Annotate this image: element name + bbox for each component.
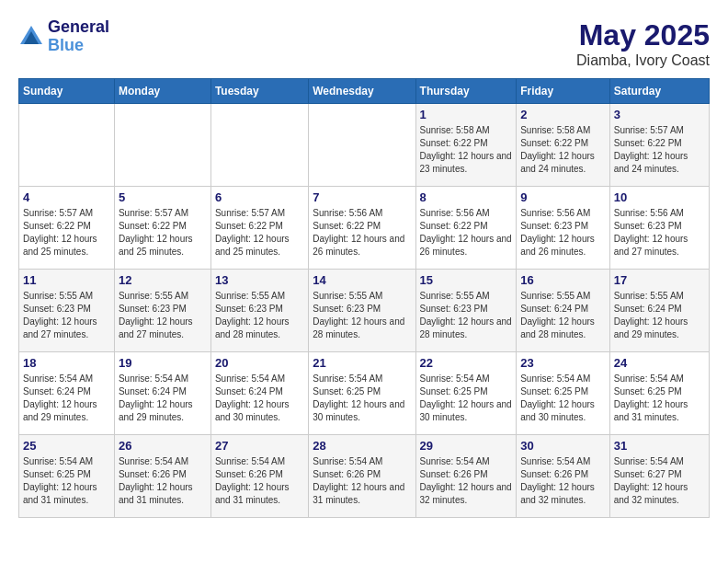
logo-icon xyxy=(18,24,44,50)
table-row: 2Sunrise: 5:58 AMSunset: 6:22 PMDaylight… xyxy=(517,104,610,187)
day-number: 12 xyxy=(119,273,207,287)
calendar-week-row: 25Sunrise: 5:54 AMSunset: 6:25 PMDayligh… xyxy=(19,435,710,518)
day-number: 19 xyxy=(119,356,207,370)
day-info: Sunrise: 5:56 AMSunset: 6:22 PMDaylight:… xyxy=(313,207,411,259)
day-number: 23 xyxy=(520,356,606,370)
table-row: 19Sunrise: 5:54 AMSunset: 6:24 PMDayligh… xyxy=(114,352,210,435)
table-row: 4Sunrise: 5:57 AMSunset: 6:22 PMDaylight… xyxy=(19,187,115,270)
day-info: Sunrise: 5:58 AMSunset: 6:22 PMDaylight:… xyxy=(420,124,513,176)
table-row: 25Sunrise: 5:54 AMSunset: 6:25 PMDayligh… xyxy=(19,435,115,518)
table-row xyxy=(210,104,308,187)
day-info: Sunrise: 5:54 AMSunset: 6:26 PMDaylight:… xyxy=(215,455,304,507)
day-info: Sunrise: 5:54 AMSunset: 6:26 PMDaylight:… xyxy=(119,455,207,507)
day-number: 17 xyxy=(614,273,705,287)
day-number: 27 xyxy=(215,439,304,453)
day-info: Sunrise: 5:56 AMSunset: 6:23 PMDaylight:… xyxy=(614,207,705,259)
calendar-week-row: 11Sunrise: 5:55 AMSunset: 6:23 PMDayligh… xyxy=(19,270,710,352)
day-info: Sunrise: 5:55 AMSunset: 6:24 PMDaylight:… xyxy=(520,290,606,341)
day-info: Sunrise: 5:55 AMSunset: 6:23 PMDaylight:… xyxy=(313,290,411,341)
day-info: Sunrise: 5:54 AMSunset: 6:25 PMDaylight:… xyxy=(420,373,513,424)
logo-text: General Blue xyxy=(48,18,109,55)
table-row: 6Sunrise: 5:57 AMSunset: 6:22 PMDaylight… xyxy=(210,187,308,270)
logo-line2: Blue xyxy=(48,37,109,55)
table-row: 18Sunrise: 5:54 AMSunset: 6:24 PMDayligh… xyxy=(19,352,115,435)
day-info: Sunrise: 5:54 AMSunset: 6:25 PMDaylight:… xyxy=(614,373,705,424)
table-row xyxy=(114,104,210,187)
table-row: 1Sunrise: 5:58 AMSunset: 6:22 PMDaylight… xyxy=(415,104,517,187)
page-header: General Blue May 2025 Diamba, Ivory Coas… xyxy=(18,18,710,69)
day-number: 18 xyxy=(23,356,110,370)
calendar-week-row: 4Sunrise: 5:57 AMSunset: 6:22 PMDaylight… xyxy=(19,187,710,270)
day-info: Sunrise: 5:57 AMSunset: 6:22 PMDaylight:… xyxy=(614,124,705,176)
day-number: 25 xyxy=(23,439,110,453)
title-block: May 2025 Diamba, Ivory Coast xyxy=(576,18,710,69)
calendar-week-row: 1Sunrise: 5:58 AMSunset: 6:22 PMDaylight… xyxy=(19,104,710,187)
day-number: 29 xyxy=(420,439,513,453)
day-info: Sunrise: 5:56 AMSunset: 6:22 PMDaylight:… xyxy=(420,207,513,259)
page-subtitle: Diamba, Ivory Coast xyxy=(576,52,710,69)
day-info: Sunrise: 5:55 AMSunset: 6:23 PMDaylight:… xyxy=(420,290,513,341)
day-info: Sunrise: 5:54 AMSunset: 6:26 PMDaylight:… xyxy=(313,455,411,507)
day-info: Sunrise: 5:54 AMSunset: 6:24 PMDaylight:… xyxy=(215,373,304,424)
day-number: 10 xyxy=(614,190,705,204)
day-number: 11 xyxy=(23,273,110,287)
header-saturday: Saturday xyxy=(609,79,709,104)
day-number: 2 xyxy=(520,108,606,121)
day-number: 6 xyxy=(215,190,304,204)
day-number: 15 xyxy=(420,273,513,287)
table-row: 20Sunrise: 5:54 AMSunset: 6:24 PMDayligh… xyxy=(210,352,308,435)
day-info: Sunrise: 5:55 AMSunset: 6:23 PMDaylight:… xyxy=(23,290,110,341)
day-info: Sunrise: 5:54 AMSunset: 6:25 PMDaylight:… xyxy=(23,455,110,507)
header-wednesday: Wednesday xyxy=(309,79,415,104)
day-number: 28 xyxy=(313,439,411,453)
header-sunday: Sunday xyxy=(19,79,115,104)
table-row: 3Sunrise: 5:57 AMSunset: 6:22 PMDaylight… xyxy=(609,104,709,187)
day-number: 31 xyxy=(614,439,705,453)
day-number: 22 xyxy=(420,356,513,370)
table-row: 13Sunrise: 5:55 AMSunset: 6:23 PMDayligh… xyxy=(210,270,308,352)
day-number: 8 xyxy=(420,190,513,204)
logo: General Blue xyxy=(18,18,109,55)
table-row: 31Sunrise: 5:54 AMSunset: 6:27 PMDayligh… xyxy=(609,435,709,518)
table-row xyxy=(309,104,415,187)
day-number: 24 xyxy=(614,356,705,370)
table-row: 12Sunrise: 5:55 AMSunset: 6:23 PMDayligh… xyxy=(114,270,210,352)
calendar-table: Sunday Monday Tuesday Wednesday Thursday… xyxy=(18,78,710,518)
table-row: 26Sunrise: 5:54 AMSunset: 6:26 PMDayligh… xyxy=(114,435,210,518)
header-friday: Friday xyxy=(517,79,610,104)
table-row: 14Sunrise: 5:55 AMSunset: 6:23 PMDayligh… xyxy=(309,270,415,352)
table-row xyxy=(19,104,115,187)
logo-line1: General xyxy=(48,18,109,37)
day-info: Sunrise: 5:54 AMSunset: 6:25 PMDaylight:… xyxy=(313,373,411,424)
day-number: 3 xyxy=(614,108,705,121)
day-number: 16 xyxy=(520,273,606,287)
day-info: Sunrise: 5:55 AMSunset: 6:23 PMDaylight:… xyxy=(119,290,207,341)
table-row: 22Sunrise: 5:54 AMSunset: 6:25 PMDayligh… xyxy=(415,352,517,435)
day-info: Sunrise: 5:54 AMSunset: 6:25 PMDaylight:… xyxy=(520,373,606,424)
day-info: Sunrise: 5:55 AMSunset: 6:23 PMDaylight:… xyxy=(215,290,304,341)
day-number: 9 xyxy=(520,190,606,204)
day-number: 5 xyxy=(119,190,207,204)
page-title: May 2025 xyxy=(576,18,710,52)
day-info: Sunrise: 5:54 AMSunset: 6:26 PMDaylight:… xyxy=(420,455,513,507)
table-row: 8Sunrise: 5:56 AMSunset: 6:22 PMDaylight… xyxy=(415,187,517,270)
day-info: Sunrise: 5:54 AMSunset: 6:26 PMDaylight:… xyxy=(520,455,606,507)
table-row: 29Sunrise: 5:54 AMSunset: 6:26 PMDayligh… xyxy=(415,435,517,518)
day-number: 4 xyxy=(23,190,110,204)
header-thursday: Thursday xyxy=(415,79,517,104)
day-info: Sunrise: 5:54 AMSunset: 6:27 PMDaylight:… xyxy=(614,455,705,507)
day-number: 21 xyxy=(313,356,411,370)
header-tuesday: Tuesday xyxy=(210,79,308,104)
day-number: 14 xyxy=(313,273,411,287)
day-number: 30 xyxy=(520,439,606,453)
day-info: Sunrise: 5:57 AMSunset: 6:22 PMDaylight:… xyxy=(23,207,110,259)
table-row: 23Sunrise: 5:54 AMSunset: 6:25 PMDayligh… xyxy=(517,352,610,435)
day-info: Sunrise: 5:54 AMSunset: 6:24 PMDaylight:… xyxy=(23,373,110,424)
day-number: 26 xyxy=(119,439,207,453)
table-row: 24Sunrise: 5:54 AMSunset: 6:25 PMDayligh… xyxy=(609,352,709,435)
day-info: Sunrise: 5:54 AMSunset: 6:24 PMDaylight:… xyxy=(119,373,207,424)
calendar-week-row: 18Sunrise: 5:54 AMSunset: 6:24 PMDayligh… xyxy=(19,352,710,435)
table-row: 11Sunrise: 5:55 AMSunset: 6:23 PMDayligh… xyxy=(19,270,115,352)
header-monday: Monday xyxy=(114,79,210,104)
table-row: 10Sunrise: 5:56 AMSunset: 6:23 PMDayligh… xyxy=(609,187,709,270)
